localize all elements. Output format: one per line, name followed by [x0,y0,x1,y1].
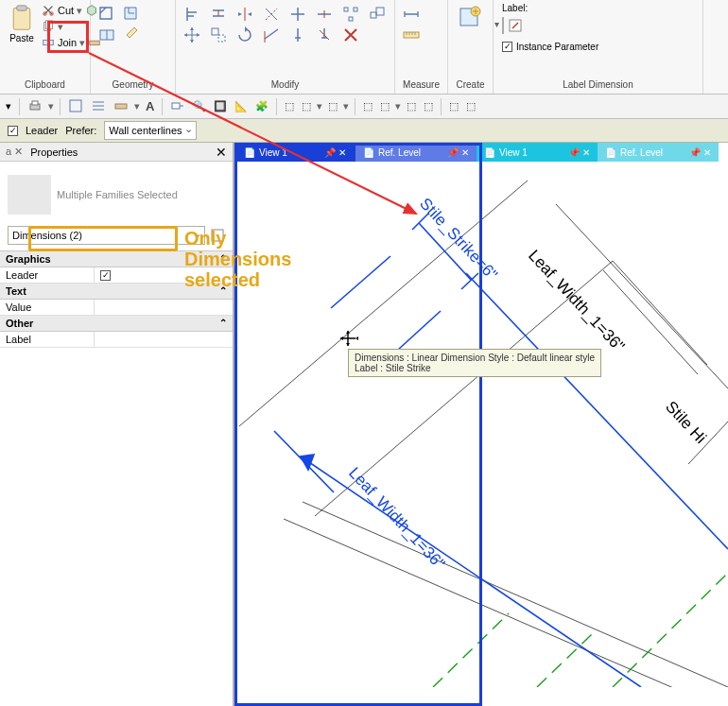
create-group-label: Create [453,77,488,92]
svg-line-27 [239,181,528,426]
value-property-cell[interactable] [95,300,233,315]
create-icon [457,5,483,31]
svg-rect-16 [218,35,225,42]
svg-rect-6 [43,40,48,44]
ribbon-group-label-dimension: Label: ▾ Instance Parameter Label Dimens… [494,0,703,94]
qat-dropdown[interactable]: ▾ [4,99,13,113]
q12-icon[interactable]: ⬚ [447,99,460,113]
thin-lines-icon[interactable] [89,97,108,116]
ribbon-group-create: Create [448,0,494,94]
hover-tooltip: Dimensions : Linear Dimension Style : De… [348,349,601,377]
q2-icon[interactable]: 🔲 [212,99,229,113]
tag-icon[interactable] [168,97,187,116]
instance-parameter-checkbox[interactable] [502,42,512,52]
viewport[interactable]: 📄 View 1📌 ✕ 📄 Ref. Level📌 ✕ 📄 View 1📌 ✕ … [234,143,728,706]
modify-icons [181,3,392,46]
label-property-label: Label [0,332,95,347]
tooltip-line2: Label : Stile Strike [355,363,595,373]
delete-icon[interactable] [341,26,360,44]
pin-icon[interactable] [288,26,307,44]
offset-icon[interactable] [209,5,228,24]
properties-close-icon[interactable]: ✕ [216,145,227,160]
leader-property-checkbox[interactable] [100,270,111,281]
text-section-header[interactable]: Text⌃ [0,284,233,300]
q13-icon[interactable]: ⬚ [464,99,477,113]
array-icon[interactable] [341,5,360,24]
ribbon-group-geometry: Geometry [91,0,176,94]
q5-icon[interactable]: ⬚ [283,99,296,113]
svg-line-37 [613,573,728,687]
leaf-width-bottom-label: Leaf_Width_1=36" [345,464,448,573]
cut-label: Cut [58,5,74,16]
dimension-icon[interactable] [402,5,421,24]
mirror-axis-icon[interactable] [235,5,254,24]
split-icon[interactable] [315,5,334,24]
svg-rect-46 [234,143,728,171]
measure-icon[interactable] [402,26,421,44]
notch-icon[interactable] [122,5,141,24]
modify-group-label: Modify [181,77,390,92]
q8-icon[interactable]: ⬚ [361,99,374,113]
create-button[interactable] [453,3,487,33]
svg-line-35 [433,613,509,687]
leader-label: Leader [26,125,58,136]
copy-icon [42,20,55,33]
q6-icon[interactable]: ⬚ [300,99,313,113]
graphics-section-header[interactable]: Graphics⌃ [0,251,233,267]
svg-line-36 [537,632,594,687]
value-property-label: Value [0,300,95,315]
label-property-cell[interactable] [95,332,233,347]
paste-button[interactable]: Paste [5,3,39,45]
svg-rect-17 [404,32,419,38]
q10-icon[interactable]: ⬚ [405,99,418,113]
cope-icon[interactable] [97,5,116,24]
q11-icon[interactable]: ⬚ [422,99,435,113]
drawing-canvas[interactable]: Stile_Strike=6" Leaf_Width_1=36" Leaf_Wi… [234,143,728,687]
text-icon[interactable]: A [144,98,156,114]
svg-rect-11 [354,8,357,11]
trim-extend-icon[interactable] [262,26,281,44]
q9-icon[interactable]: ⬚ [378,99,391,113]
leader-property-label: Leader [0,267,95,283]
scale-icon[interactable] [368,5,387,24]
leader-row: Leader [0,267,233,284]
split-face-icon[interactable] [97,26,116,44]
label-select[interactable]: ▾ [502,17,504,34]
leader-checkbox[interactable] [8,126,18,136]
print-icon[interactable] [26,97,44,116]
unpin-icon[interactable] [315,26,334,44]
join-icon [42,36,55,49]
type-selector[interactable]: Multiple Families Selected [0,162,233,226]
svg-rect-0 [13,9,30,30]
svg-rect-24 [115,104,127,109]
svg-rect-22 [32,101,38,105]
edit-label-icon[interactable] [508,18,523,33]
svg-line-43 [301,456,641,687]
move-icon[interactable] [182,26,201,44]
mirror-pick-icon[interactable] [262,5,281,24]
trim-icon[interactable] [288,5,307,24]
align-icon[interactable] [182,5,201,24]
geometry-icons[interactable] [95,3,169,46]
svg-rect-12 [349,17,353,21]
prefer-select[interactable]: Wall centerlines [104,121,196,140]
paint-icon[interactable] [122,26,141,44]
copy-move-icon[interactable] [209,26,228,44]
properties-panel: a ✕ Properties ✕ Multiple Families Selec… [0,143,234,706]
selection-filter-select[interactable]: Dimensions (2) [8,226,205,245]
q-icon[interactable]: 🔍 [191,99,208,113]
instance-parameter-label: Instance Parameter [516,42,598,52]
prefer-label: Prefer: [65,125,96,136]
other-section-header[interactable]: Other⌃ [0,316,233,332]
q4-icon[interactable]: 🧩 [253,99,270,113]
work-area: a ✕ Properties ✕ Multiple Families Selec… [0,143,728,706]
edit-type-icon[interactable] [210,228,225,243]
properties-grid: Graphics⌃ Leader Text⌃ Value Other⌃ Labe… [0,250,233,348]
rotate-icon[interactable] [235,26,254,44]
stile-hinge-label: Stile Hi [662,398,710,447]
wall-join-icon[interactable] [112,97,130,116]
q3-icon[interactable]: 📐 [233,99,250,113]
q7-icon[interactable]: ⬚ [326,99,339,113]
svg-line-29 [613,261,707,365]
wireframe-icon[interactable] [66,97,85,116]
